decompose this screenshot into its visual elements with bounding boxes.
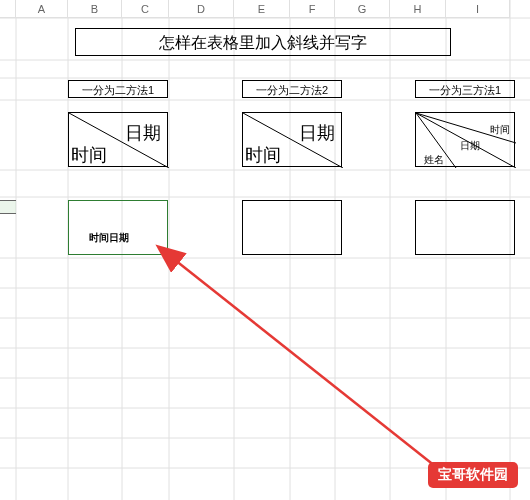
col-header-b[interactable]: B <box>68 0 122 18</box>
col-header-f[interactable]: F <box>290 0 335 18</box>
cell3-label-time: 时间 <box>490 123 510 137</box>
col-header-e[interactable]: E <box>234 0 290 18</box>
row-selection-marker <box>0 200 16 214</box>
col-header-d[interactable]: D <box>169 0 234 18</box>
column-headers: A B C D E F G H I <box>0 0 530 18</box>
spreadsheet[interactable]: A B C D E F G H I 怎样在表格里加入斜线并写字 一分为二方法1 … <box>0 0 530 500</box>
col-header-a[interactable]: A <box>16 0 68 18</box>
method-label-3[interactable]: 一分为三方法1 <box>415 80 515 98</box>
col-header-g[interactable]: G <box>335 0 390 18</box>
diagonal-cell-2[interactable]: 日期 时间 <box>242 112 342 167</box>
method-label-2[interactable]: 一分为二方法2 <box>242 80 342 98</box>
cell1-label-time: 时间 <box>71 143 107 167</box>
diagonal-cell-1[interactable]: 日期 时间 <box>68 112 168 167</box>
col-header-c[interactable]: C <box>122 0 169 18</box>
active-cell[interactable]: 时间日期 <box>68 200 168 255</box>
col-header-h[interactable]: H <box>390 0 446 18</box>
svg-line-30 <box>175 260 440 470</box>
cell3-label-date: 日期 <box>460 139 480 153</box>
method-label-1[interactable]: 一分为二方法1 <box>68 80 168 98</box>
diagonal-cell-3[interactable]: 时间 日期 姓名 <box>415 112 515 167</box>
empty-cell-3[interactable] <box>415 200 515 255</box>
cell2-label-time: 时间 <box>245 143 281 167</box>
active-cell-text: 时间日期 <box>89 231 129 245</box>
col-header-i[interactable]: I <box>446 0 510 18</box>
fill-handle[interactable] <box>165 252 170 257</box>
watermark-badge: 宝哥软件园 <box>428 462 518 488</box>
cell1-label-date: 日期 <box>125 121 161 145</box>
cell3-label-name: 姓名 <box>424 153 444 167</box>
empty-cell-2[interactable] <box>242 200 342 255</box>
cell2-label-date: 日期 <box>299 121 335 145</box>
page-title[interactable]: 怎样在表格里加入斜线并写字 <box>75 28 451 56</box>
